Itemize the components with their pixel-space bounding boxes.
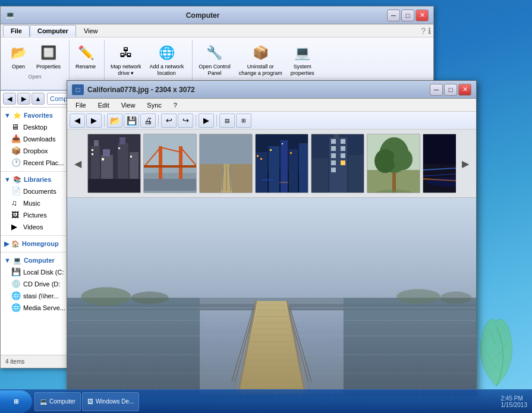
system-button[interactable]: 💻 Systemproperties <box>287 41 318 79</box>
svg-rect-53 <box>341 139 345 144</box>
open-folder-button[interactable]: 📂 <box>107 114 122 128</box>
taskbar-computer[interactable]: 💻 Computer <box>34 392 81 411</box>
info-icon[interactable]: ℹ <box>428 26 431 36</box>
computer-sidebar-label: Computer <box>24 257 55 264</box>
close-button[interactable]: ✕ <box>415 10 429 21</box>
favorites-icon: ⭐ <box>13 112 21 119</box>
viewer-menu-edit[interactable]: Edit <box>93 100 114 110</box>
svg-rect-51 <box>331 160 336 165</box>
downloads-label: Downloads <box>23 135 55 143</box>
menu-tab-file[interactable]: File <box>3 25 30 37</box>
clock-time: 2:45 PM <box>501 395 528 402</box>
filmstrip-right-nav[interactable]: ▶ <box>459 132 471 195</box>
desktop-icon: 🖥 <box>11 122 21 132</box>
svg-rect-41 <box>270 149 272 151</box>
uninstall-button[interactable]: 📦 Uninstall orchange a program <box>235 41 286 79</box>
main-image-area <box>67 198 476 395</box>
help-icon[interactable]: ? <box>421 26 426 36</box>
print-button[interactable]: 🖨 <box>140 114 156 128</box>
viewer-maximize-button[interactable]: □ <box>444 84 457 96</box>
svg-rect-55 <box>341 153 345 158</box>
start-button-label: ⊞ <box>14 398 18 405</box>
open-icon: 📂 <box>9 43 28 62</box>
desktop-label: Desktop <box>23 124 47 131</box>
viewer-titlebar[interactable]: □ Califorina0778.jpg - 2304 x 3072 ─ □ ✕ <box>67 81 476 99</box>
prev-image-button[interactable]: ◀ <box>70 114 85 128</box>
start-button[interactable]: ⊞ <box>0 390 32 413</box>
documents-icon: 📄 <box>11 187 21 196</box>
taskbar-items: 💻 Computer 🖼 Windows De... <box>34 392 496 411</box>
computer-titlebar[interactable]: 💻 Computer ─ □ ✕ <box>1 7 433 24</box>
thumbnail-7[interactable] <box>423 134 456 193</box>
viewer-menu-view[interactable]: View <box>117 100 140 110</box>
taskbar-computer-label: Computer <box>49 398 75 405</box>
svg-rect-54 <box>341 146 345 151</box>
toolbar-sep-1 <box>104 115 105 127</box>
viewer-window-icon: □ <box>72 84 84 95</box>
svg-rect-15 <box>144 167 197 173</box>
slideshow-button[interactable]: ▶ <box>199 114 214 128</box>
svg-rect-43 <box>290 152 292 154</box>
properties-button[interactable]: 🔲 Properties <box>33 41 64 72</box>
viewer-close-button[interactable]: ✕ <box>458 84 471 96</box>
thumbnail-4[interactable] <box>255 134 309 193</box>
next-image-button[interactable]: ▶ <box>86 114 102 128</box>
viewer-menu-sync[interactable]: Sync <box>142 100 166 110</box>
menu-tab-computer[interactable]: Computer <box>30 25 76 37</box>
ribbon-network-buttons: 🖧 Map networkdrive ▾ 🌐 Add a networkloca… <box>107 41 187 79</box>
viewer-menu-file[interactable]: File <box>71 100 91 110</box>
ribbon-group-open: 📂 Open 🔲 Properties Open <box>3 40 70 87</box>
filmstrip-items <box>87 134 456 193</box>
filmstrip-view-button[interactable]: ▤ <box>219 114 235 128</box>
minimize-button[interactable]: ─ <box>387 10 400 21</box>
svg-rect-2 <box>94 140 99 146</box>
svg-rect-17 <box>144 179 197 191</box>
add-network-label: Add a networklocation <box>150 64 184 77</box>
svg-rect-37 <box>289 149 298 193</box>
thumbnail-6[interactable] <box>367 134 420 193</box>
svg-rect-24 <box>200 134 253 164</box>
svg-rect-12 <box>118 147 120 149</box>
viewer-minimize-button[interactable]: ─ <box>430 84 443 96</box>
map-network-button[interactable]: 🖧 Map networkdrive ▾ <box>107 41 145 79</box>
recent-label: Recent Plac... <box>23 159 64 166</box>
svg-point-125 <box>440 292 472 304</box>
documents-label: Documents <box>23 188 56 195</box>
viewer-menu-help[interactable]: ? <box>169 100 182 110</box>
music-label: Music <box>23 200 40 207</box>
svg-rect-48 <box>331 139 336 144</box>
add-network-button[interactable]: 🌐 Add a networklocation <box>146 41 188 79</box>
menu-tab-view[interactable]: View <box>76 25 106 37</box>
music-icon: ♫ <box>11 198 21 208</box>
save-button[interactable]: 💾 <box>124 114 139 128</box>
thumbnail-5[interactable] <box>311 134 364 193</box>
filmstrip: ◀ <box>67 130 476 198</box>
stasi-label: stasi (\\her... <box>23 292 59 299</box>
taskbar-viewer[interactable]: 🖼 Windows De... <box>82 392 139 411</box>
thumbnail-1[interactable] <box>87 134 141 193</box>
svg-rect-89 <box>67 298 200 395</box>
undo-button[interactable]: ↩ <box>161 114 177 128</box>
rename-button[interactable]: ✏️ Rename <box>72 41 99 72</box>
back-button[interactable]: ◀ <box>3 93 16 105</box>
svg-rect-4 <box>103 149 110 156</box>
svg-rect-45 <box>279 182 288 183</box>
taskbar-viewer-icon: 🖼 <box>87 398 93 405</box>
control-panel-button[interactable]: 🔧 Open ControlPanel <box>195 41 234 79</box>
up-button[interactable]: ▲ <box>32 93 45 105</box>
maximize-button[interactable]: □ <box>401 10 414 21</box>
taskbar-viewer-label: Windows De... <box>96 398 134 405</box>
svg-point-122 <box>81 287 131 306</box>
rename-icon: ✏️ <box>76 43 95 62</box>
redo-button[interactable]: ↪ <box>178 114 193 128</box>
forward-button[interactable]: ▶ <box>17 93 30 105</box>
filmstrip-left-nav[interactable]: ◀ <box>72 132 84 195</box>
recent-icon: 🕐 <box>11 158 21 168</box>
ribbon-group-open-label: Open <box>29 74 42 80</box>
map-network-icon: 🖧 <box>117 43 136 62</box>
grid-view-button[interactable]: ⊞ <box>236 114 251 128</box>
thumbnail-2[interactable] <box>143 134 197 193</box>
thumbnail-3[interactable] <box>199 134 253 193</box>
control-panel-icon: 🔧 <box>205 43 224 62</box>
open-button[interactable]: 📂 Open <box>5 41 32 72</box>
